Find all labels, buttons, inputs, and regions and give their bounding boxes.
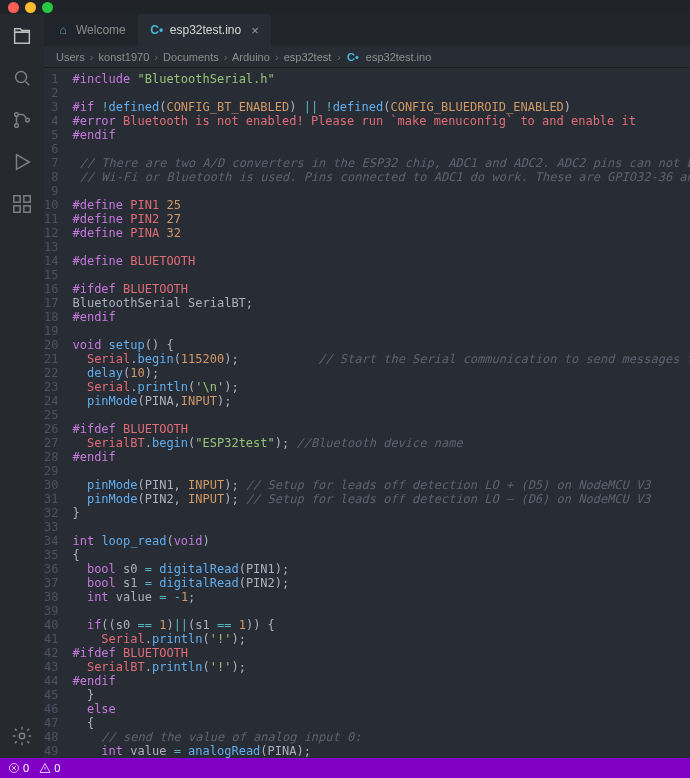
line-number: 36 — [44, 562, 72, 576]
code-line: 40 if((s0 == 1)||(s1 == 1)) { — [44, 618, 690, 632]
window-minimize-button[interactable] — [25, 2, 36, 13]
tab-close-icon[interactable]: × — [251, 23, 259, 38]
code-line: 8 // Wi-Fi or Bluetooth is used. Pins co… — [44, 170, 690, 184]
line-content: #define PIN2 27 — [72, 212, 690, 226]
svg-point-8 — [19, 733, 25, 739]
line-number: 24 — [44, 394, 72, 408]
extensions-icon[interactable] — [10, 192, 34, 216]
svg-rect-6 — [14, 206, 20, 212]
line-number: 29 — [44, 464, 72, 478]
code-line: 29 — [44, 464, 690, 478]
code-line: 20void setup() { — [44, 338, 690, 352]
search-icon[interactable] — [10, 66, 34, 90]
status-bar: 0 0 — [0, 758, 690, 778]
line-number: 27 — [44, 436, 72, 450]
file-icon: C• — [150, 23, 164, 37]
code-line: 42#ifdef BLUETOOTH — [44, 646, 690, 660]
breadcrumb-file: esp32test.ino — [366, 51, 431, 63]
code-line: 21 Serial.begin(115200); // Start the Se… — [44, 352, 690, 366]
line-content: #endif — [72, 674, 690, 688]
line-number: 30 — [44, 478, 72, 492]
editor-tabs: ⌂WelcomeC•esp32test.ino× — [44, 14, 690, 46]
code-line: 26#ifdef BLUETOOTH — [44, 422, 690, 436]
line-number: 5 — [44, 128, 72, 142]
status-errors[interactable]: 0 — [8, 762, 29, 774]
breadcrumb-segment[interactable]: Users — [56, 51, 85, 63]
line-number: 8 — [44, 170, 72, 184]
breadcrumb-segment[interactable]: Documents — [163, 51, 219, 63]
line-number: 37 — [44, 576, 72, 590]
source-control-icon[interactable] — [10, 108, 34, 132]
code-line: 5#endif — [44, 128, 690, 142]
code-editor[interactable]: 1#include "BluetoothSerial.h"2 3#if !def… — [44, 68, 690, 758]
line-content: delay(10); — [72, 366, 690, 380]
line-number: 49 — [44, 744, 72, 758]
svg-rect-4 — [14, 196, 20, 202]
window-close-button[interactable] — [8, 2, 19, 13]
line-number: 40 — [44, 618, 72, 632]
line-content — [72, 324, 690, 338]
line-number: 44 — [44, 674, 72, 688]
explorer-icon[interactable] — [10, 24, 34, 48]
line-content — [72, 464, 690, 478]
line-content: Serial.println('\n'); — [72, 380, 690, 394]
line-content: #define PINA 32 — [72, 226, 690, 240]
settings-gear-icon[interactable] — [10, 724, 34, 748]
editor-tab[interactable]: C•esp32test.ino× — [138, 14, 271, 46]
tab-label: Welcome — [76, 23, 126, 37]
line-content: { — [72, 716, 690, 730]
line-number: 31 — [44, 492, 72, 506]
line-number: 33 — [44, 520, 72, 534]
code-line: 27 SerialBT.begin("ESP32test"); //Blueto… — [44, 436, 690, 450]
line-content: Serial.begin(115200); // Start the Seria… — [72, 352, 690, 366]
code-line: 15 — [44, 268, 690, 282]
window-zoom-button[interactable] — [42, 2, 53, 13]
line-content: } — [72, 688, 690, 702]
line-content: int value = analogRead(PINA); — [72, 744, 690, 758]
line-content: #if !defined(CONFIG_BT_ENABLED) || !defi… — [72, 100, 690, 114]
run-debug-icon[interactable] — [10, 150, 34, 174]
line-number: 18 — [44, 310, 72, 324]
breadcrumb-segment[interactable]: konst1970 — [99, 51, 150, 63]
line-content: #ifdef BLUETOOTH — [72, 422, 690, 436]
line-number: 11 — [44, 212, 72, 226]
code-line: 46 else — [44, 702, 690, 716]
line-number: 12 — [44, 226, 72, 240]
line-content: #endif — [72, 128, 690, 142]
line-number: 26 — [44, 422, 72, 436]
line-content — [72, 142, 690, 156]
status-warnings[interactable]: 0 — [39, 762, 60, 774]
breadcrumb-segment[interactable]: esp32test — [284, 51, 332, 63]
status-error-count: 0 — [23, 762, 29, 774]
status-warning-count: 0 — [54, 762, 60, 774]
line-content: BluetoothSerial SerialBT; — [72, 296, 690, 310]
line-number: 35 — [44, 548, 72, 562]
line-content: // send the value of analog input 0: — [72, 730, 690, 744]
editor-tab[interactable]: ⌂Welcome — [44, 14, 138, 46]
code-line: 28#endif — [44, 450, 690, 464]
line-content: #endif — [72, 310, 690, 324]
line-number: 38 — [44, 590, 72, 604]
line-number: 46 — [44, 702, 72, 716]
code-line: 43 SerialBT.println('!'); — [44, 660, 690, 674]
main-container: ⌂WelcomeC•esp32test.ino× Users › konst19… — [0, 14, 690, 758]
code-line: 39 — [44, 604, 690, 618]
code-line: 45 } — [44, 688, 690, 702]
code-line: 14#define BLUETOOTH — [44, 254, 690, 268]
breadcrumb-segment[interactable]: Arduino — [232, 51, 270, 63]
line-number: 4 — [44, 114, 72, 128]
line-content — [72, 604, 690, 618]
line-content: // There are two A/D converters in the E… — [72, 156, 690, 170]
line-content: SerialBT.begin("ESP32test"); //Bluetooth… — [72, 436, 690, 450]
activity-bar — [0, 14, 44, 758]
line-number: 14 — [44, 254, 72, 268]
line-content: // Wi-Fi or Bluetooth is used. Pins conn… — [72, 170, 690, 184]
macos-titlebar — [0, 0, 690, 14]
line-content: #define BLUETOOTH — [72, 254, 690, 268]
line-number: 39 — [44, 604, 72, 618]
breadcrumb[interactable]: Users › konst1970 › Documents › Arduino … — [44, 46, 690, 68]
line-number: 45 — [44, 688, 72, 702]
line-content: pinMode(PINA,INPUT); — [72, 394, 690, 408]
line-content: #endif — [72, 450, 690, 464]
svg-point-0 — [16, 72, 27, 83]
